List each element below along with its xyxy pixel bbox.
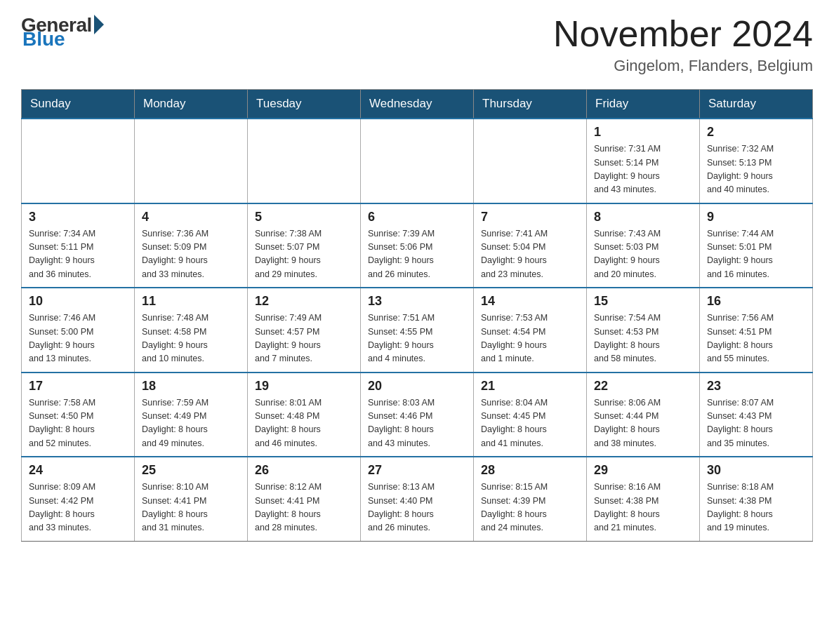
- cell-w4-d3: 19Sunrise: 8:01 AM Sunset: 4:48 PM Dayli…: [248, 373, 361, 457]
- day-number: 5: [255, 210, 353, 224]
- week-row-2: 3Sunrise: 7:34 AM Sunset: 5:11 PM Daylig…: [22, 203, 813, 288]
- cell-w2-d7: 9Sunrise: 7:44 AM Sunset: 5:01 PM Daylig…: [700, 203, 813, 288]
- cell-w1-d6: 1Sunrise: 7:31 AM Sunset: 5:14 PM Daylig…: [587, 119, 700, 203]
- cell-w5-d4: 27Sunrise: 8:13 AM Sunset: 4:40 PM Dayli…: [361, 457, 474, 541]
- day-number: 22: [594, 379, 692, 394]
- cell-w5-d1: 24Sunrise: 8:09 AM Sunset: 4:42 PM Dayli…: [22, 457, 135, 541]
- day-info: Sunrise: 7:48 AM Sunset: 4:58 PM Dayligh…: [142, 311, 240, 366]
- cell-w2-d4: 6Sunrise: 7:39 AM Sunset: 5:06 PM Daylig…: [361, 203, 474, 288]
- day-number: 21: [481, 379, 579, 394]
- day-number: 13: [368, 294, 466, 309]
- day-info: Sunrise: 8:18 AM Sunset: 4:38 PM Dayligh…: [707, 481, 805, 535]
- day-number: 10: [29, 294, 127, 309]
- day-info: Sunrise: 7:59 AM Sunset: 4:49 PM Dayligh…: [142, 396, 240, 451]
- day-info: Sunrise: 8:04 AM Sunset: 4:45 PM Dayligh…: [481, 396, 579, 451]
- header-sunday: Sunday: [22, 90, 135, 119]
- day-number: 19: [255, 379, 353, 394]
- page-title: November 2024: [553, 14, 813, 54]
- day-info: Sunrise: 8:07 AM Sunset: 4:43 PM Dayligh…: [707, 396, 805, 451]
- day-info: Sunrise: 7:39 AM Sunset: 5:06 PM Dayligh…: [368, 227, 466, 282]
- cell-w3-d1: 10Sunrise: 7:46 AM Sunset: 5:00 PM Dayli…: [22, 288, 135, 373]
- day-info: Sunrise: 8:15 AM Sunset: 4:39 PM Dayligh…: [481, 481, 579, 535]
- page-subtitle: Gingelom, Flanders, Belgium: [553, 57, 813, 75]
- day-number: 2: [707, 125, 805, 140]
- cell-w1-d3: [248, 119, 361, 203]
- day-number: 6: [368, 210, 466, 224]
- cell-w2-d5: 7Sunrise: 7:41 AM Sunset: 5:04 PM Daylig…: [474, 203, 587, 288]
- cell-w1-d2: [135, 119, 248, 203]
- day-number: 9: [707, 210, 805, 224]
- cell-w4-d1: 17Sunrise: 7:58 AM Sunset: 4:50 PM Dayli…: [22, 373, 135, 457]
- day-number: 18: [142, 379, 240, 394]
- day-number: 14: [481, 294, 579, 309]
- day-info: Sunrise: 8:13 AM Sunset: 4:40 PM Dayligh…: [368, 481, 466, 535]
- day-number: 29: [594, 463, 692, 478]
- day-info: Sunrise: 7:49 AM Sunset: 4:57 PM Dayligh…: [255, 311, 353, 366]
- day-number: 12: [255, 294, 353, 309]
- header-monday: Monday: [135, 90, 248, 119]
- week-row-1: 1Sunrise: 7:31 AM Sunset: 5:14 PM Daylig…: [22, 119, 813, 203]
- day-info: Sunrise: 7:31 AM Sunset: 5:14 PM Dayligh…: [594, 142, 692, 197]
- cell-w4-d4: 20Sunrise: 8:03 AM Sunset: 4:46 PM Dayli…: [361, 373, 474, 457]
- day-info: Sunrise: 7:58 AM Sunset: 4:50 PM Dayligh…: [29, 396, 127, 451]
- logo: General Blue: [21, 14, 104, 51]
- day-info: Sunrise: 7:43 AM Sunset: 5:03 PM Dayligh…: [594, 227, 692, 282]
- header-wednesday: Wednesday: [361, 90, 474, 119]
- header-saturday: Saturday: [700, 90, 813, 119]
- cell-w2-d6: 8Sunrise: 7:43 AM Sunset: 5:03 PM Daylig…: [587, 203, 700, 288]
- cell-w4-d7: 23Sunrise: 8:07 AM Sunset: 4:43 PM Dayli…: [700, 373, 813, 457]
- page-header: General Blue November 2024 Gingelom, Fla…: [21, 14, 813, 75]
- cell-w2-d3: 5Sunrise: 7:38 AM Sunset: 5:07 PM Daylig…: [248, 203, 361, 288]
- logo-blue-text: Blue: [22, 28, 65, 51]
- cell-w5-d2: 25Sunrise: 8:10 AM Sunset: 4:41 PM Dayli…: [135, 457, 248, 541]
- day-number: 7: [481, 210, 579, 224]
- day-info: Sunrise: 7:41 AM Sunset: 5:04 PM Dayligh…: [481, 227, 579, 282]
- day-info: Sunrise: 7:36 AM Sunset: 5:09 PM Dayligh…: [142, 227, 240, 282]
- day-info: Sunrise: 7:54 AM Sunset: 4:53 PM Dayligh…: [594, 311, 692, 366]
- cell-w2-d2: 4Sunrise: 7:36 AM Sunset: 5:09 PM Daylig…: [135, 203, 248, 288]
- day-number: 8: [594, 210, 692, 224]
- cell-w5-d5: 28Sunrise: 8:15 AM Sunset: 4:39 PM Dayli…: [474, 457, 587, 541]
- day-info: Sunrise: 8:06 AM Sunset: 4:44 PM Dayligh…: [594, 396, 692, 451]
- day-info: Sunrise: 7:51 AM Sunset: 4:55 PM Dayligh…: [368, 311, 466, 366]
- day-number: 27: [368, 463, 466, 478]
- day-info: Sunrise: 7:56 AM Sunset: 4:51 PM Dayligh…: [707, 311, 805, 366]
- day-info: Sunrise: 7:53 AM Sunset: 4:54 PM Dayligh…: [481, 311, 579, 366]
- header-friday: Friday: [587, 90, 700, 119]
- cell-w1-d7: 2Sunrise: 7:32 AM Sunset: 5:13 PM Daylig…: [700, 119, 813, 203]
- logo-triangle-icon: [94, 15, 104, 34]
- cell-w5-d7: 30Sunrise: 8:18 AM Sunset: 4:38 PM Dayli…: [700, 457, 813, 541]
- day-info: Sunrise: 8:10 AM Sunset: 4:41 PM Dayligh…: [142, 481, 240, 535]
- day-number: 30: [707, 463, 805, 478]
- day-number: 23: [707, 379, 805, 394]
- title-section: November 2024 Gingelom, Flanders, Belgiu…: [553, 14, 813, 75]
- week-row-3: 10Sunrise: 7:46 AM Sunset: 5:00 PM Dayli…: [22, 288, 813, 373]
- header-thursday: Thursday: [474, 90, 587, 119]
- cell-w2-d1: 3Sunrise: 7:34 AM Sunset: 5:11 PM Daylig…: [22, 203, 135, 288]
- cell-w1-d4: [361, 119, 474, 203]
- calendar-table: SundayMondayTuesdayWednesdayThursdayFrid…: [21, 89, 813, 542]
- cell-w5-d6: 29Sunrise: 8:16 AM Sunset: 4:38 PM Dayli…: [587, 457, 700, 541]
- day-info: Sunrise: 8:16 AM Sunset: 4:38 PM Dayligh…: [594, 481, 692, 535]
- day-number: 26: [255, 463, 353, 478]
- day-number: 17: [29, 379, 127, 394]
- cell-w5-d3: 26Sunrise: 8:12 AM Sunset: 4:41 PM Dayli…: [248, 457, 361, 541]
- day-info: Sunrise: 8:09 AM Sunset: 4:42 PM Dayligh…: [29, 481, 127, 535]
- day-number: 28: [481, 463, 579, 478]
- cell-w4-d2: 18Sunrise: 7:59 AM Sunset: 4:49 PM Dayli…: [135, 373, 248, 457]
- header-tuesday: Tuesday: [248, 90, 361, 119]
- cell-w3-d2: 11Sunrise: 7:48 AM Sunset: 4:58 PM Dayli…: [135, 288, 248, 373]
- cell-w3-d6: 15Sunrise: 7:54 AM Sunset: 4:53 PM Dayli…: [587, 288, 700, 373]
- day-number: 24: [29, 463, 127, 478]
- cell-w3-d7: 16Sunrise: 7:56 AM Sunset: 4:51 PM Dayli…: [700, 288, 813, 373]
- day-info: Sunrise: 7:34 AM Sunset: 5:11 PM Dayligh…: [29, 227, 127, 282]
- day-number: 11: [142, 294, 240, 309]
- cell-w1-d1: [22, 119, 135, 203]
- cell-w4-d5: 21Sunrise: 8:04 AM Sunset: 4:45 PM Dayli…: [474, 373, 587, 457]
- day-number: 25: [142, 463, 240, 478]
- week-row-5: 24Sunrise: 8:09 AM Sunset: 4:42 PM Dayli…: [22, 457, 813, 541]
- day-info: Sunrise: 8:03 AM Sunset: 4:46 PM Dayligh…: [368, 396, 466, 451]
- day-info: Sunrise: 7:44 AM Sunset: 5:01 PM Dayligh…: [707, 227, 805, 282]
- cell-w3-d3: 12Sunrise: 7:49 AM Sunset: 4:57 PM Dayli…: [248, 288, 361, 373]
- cell-w3-d5: 14Sunrise: 7:53 AM Sunset: 4:54 PM Dayli…: [474, 288, 587, 373]
